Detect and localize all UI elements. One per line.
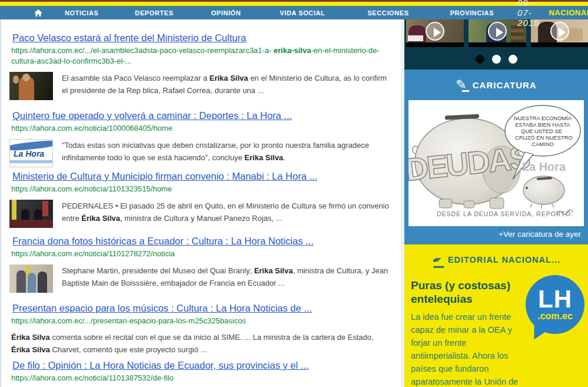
result-thumbnail[interactable] [9, 72, 53, 100]
result-thumbnail[interactable]: La Hora [9, 139, 53, 167]
nav-item-secciones[interactable]: SECCIONES [367, 9, 408, 16]
result-title-link[interactable]: Quintero fue operado y volverá a caminar… [12, 110, 292, 121]
nav-item-noticias[interactable]: NOTICIAS [65, 9, 98, 16]
bubble-line: CAMINO [531, 141, 554, 147]
carousel-dots [404, 55, 588, 64]
result-item-velasco: Paco Velasco estará al frente del Minist… [9, 32, 393, 100]
play-icon [550, 22, 569, 41]
result-snippet: "Todas estas son iniciativas que deben c… [62, 139, 393, 167]
video-bottom-bar [406, 42, 464, 47]
editorial-section-title: EDITORIAL NACIONAL... [448, 255, 560, 264]
thumbnail-figure [38, 272, 47, 293]
bubble-line: QUE USTED SE [521, 128, 562, 134]
video-thumbnail-1[interactable] [406, 19, 464, 47]
editorial-header: ✒ EDITORIAL NACIONAL... [404, 253, 588, 267]
thumbnail-figure [13, 75, 19, 84]
editorial-panel: ✒ EDITORIAL NACIONAL... Puras (y costosa… [404, 244, 588, 387]
lh-bubble-logo: LH .com.ec [526, 275, 584, 334]
thumbnail-figure [21, 209, 29, 221]
right-sidebar: ✎ CARICATURA [404, 19, 588, 387]
thumbnail-figure [28, 273, 36, 293]
result-title-link[interactable]: Francia dona fotos históricas a Ecuador … [12, 236, 314, 247]
result-url: https://lahora.com.ec/noticia/1101323515… [11, 184, 393, 194]
caricatura-image[interactable]: DEUDAS NUESTRA ECONOMÍA ESTABA BIEN HAST… [408, 100, 584, 226]
lh-logo-text: LH [538, 288, 572, 310]
thumbnail-figure [16, 270, 26, 293]
thumbnail-table [9, 220, 53, 228]
lahora-logo-base [10, 160, 52, 163]
accent-yellow-bar [0, 2, 588, 6]
result-url: https://lahora.com.ec/.../el-asamblec3ad… [11, 45, 393, 67]
video-carousel [406, 19, 588, 47]
current-date: 09-07-2018 [517, 0, 539, 28]
caricatura-title: CARICATURA [473, 80, 537, 90]
carousel-dot-2[interactable] [492, 55, 501, 64]
pen-icon: ✒ [430, 252, 444, 268]
nav-item-deportes[interactable]: DEPORTES [135, 9, 173, 16]
see-yesterday-caricature-link[interactable]: +Ver caricatura de ayer [499, 230, 581, 239]
result-title-link[interactable]: De filo : Opinión : La Hora Noticias de … [12, 360, 309, 371]
result-thumbnail[interactable] [9, 200, 53, 228]
nav-item-opinion[interactable]: OPINIÓN [211, 9, 241, 16]
result-url: https://lahora.com.ec/noticia/1101387532… [11, 373, 393, 383]
result-snippet: El asamble sta Paco Velasco reemplazar a… [62, 72, 393, 100]
nav-item-provincias[interactable]: PROVINCIAS [450, 9, 494, 16]
main-navbar: NOTICIAS DEPORTES OPINIÓN VIDA SOCIAL SE… [0, 6, 588, 19]
caricature-caption: DESDE LA DEUDA SERVIDA, REPORTÓ: [437, 210, 573, 217]
caricature-drawing: DEUDAS NUESTRA ECONOMÍA ESTABA BIEN HAST… [408, 100, 584, 226]
video-thumbnail-3[interactable] [531, 19, 588, 47]
result-item-quintero: Quintero fue operado y volverá a caminar… [9, 110, 393, 167]
pencil-icon: ✎ [456, 77, 466, 92]
result-item-defilo: De filo : Opinión : La Hora Noticias de … [9, 360, 393, 387]
editorial-article-title[interactable]: Puras (y costosas) entelequias [411, 279, 534, 306]
play-icon [426, 22, 444, 41]
video-caption-box [408, 35, 423, 41]
editorial-excerpt: La idea fue crear un frente capaz de min… [411, 310, 527, 387]
caricatura-header: ✎ CARICATURA [404, 70, 588, 100]
bubble-line: CRUZÓ EN NUESTRO [515, 134, 572, 141]
result-snippet: Érika Silva comenta sobre el recital con… [11, 331, 393, 356]
video-bottom-bar [469, 42, 526, 47]
thumbnail-figure [34, 209, 42, 221]
thumbnail-figure [22, 74, 30, 81]
result-title-link[interactable]: Ministerio de Cultura y Municipio firman… [12, 171, 317, 182]
caricatura-panel: ✎ CARICATURA [404, 70, 588, 244]
result-url: https://lahora.com.ec/noticia/1000068405… [11, 123, 393, 134]
result-title-link[interactable]: Paco Velasco estará al frente del Minist… [12, 32, 246, 44]
home-icon [34, 9, 42, 16]
result-item-francia: Francia dona fotos históricas a Ecuador … [9, 236, 393, 293]
lahora-logo-text: La Hora [14, 149, 44, 158]
bubble-line: NUESTRA ECONOMÍA [514, 115, 572, 121]
result-title-link[interactable]: Presentan espacio para los músicos : Cul… [12, 303, 312, 314]
carousel-dot-1[interactable] [476, 55, 484, 64]
result-item-musicos: Presentan espacio para los músicos : Cul… [9, 303, 393, 356]
result-url: https://lahora.com.ec/.../presentan-espa… [11, 316, 393, 326]
thumbnail-flag [42, 201, 48, 216]
result-snippet: PEDERNALES • El pasado 25 de abril en Qu… [62, 200, 393, 228]
carousel-dot-3[interactable] [509, 55, 517, 64]
browser-page: NOTICIAS DEPORTES OPINIÓN VIDA SOCIAL SE… [0, 0, 588, 387]
result-snippet: Stephane Martin, presidente del Museo de… [62, 264, 393, 293]
result-item-convenio: Ministerio de Cultura y Municipio firman… [9, 171, 393, 228]
search-results-list: Paco Velasco estará al frente del Minist… [1, 19, 401, 387]
lahora-watermark: La Hora [522, 160, 566, 173]
play-icon [488, 22, 507, 41]
home-button[interactable] [34, 9, 42, 16]
result-thumbnail[interactable] [9, 264, 53, 293]
result-url: https://lahora.com.ec/noticia/1101278272… [11, 249, 393, 259]
nav-item-vida-social[interactable]: VIDA SOCIAL [280, 9, 325, 16]
video-bottom-bar [531, 42, 588, 47]
bubble-line: ESTABA BIEN HASTA [515, 121, 570, 128]
lh-logo-domain: .com.ec [537, 311, 573, 322]
nav-item-nacional[interactable]: NACIONAL [549, 8, 588, 17]
